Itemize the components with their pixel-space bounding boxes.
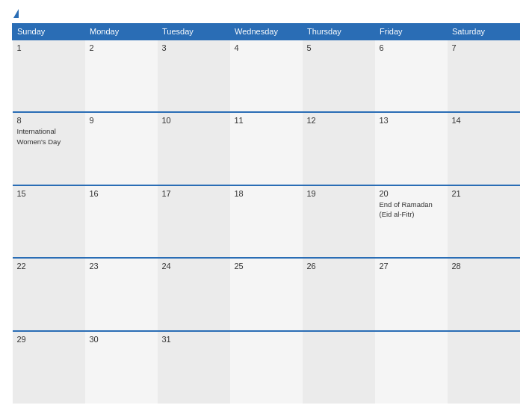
week-row-5: 293031 [13,331,520,404]
day-cell-w2-d1: 8International Women's Day [13,112,85,185]
day-number: 10 [162,116,226,125]
day-cell-w2-d2: 9 [85,112,158,185]
day-cell-w4-d4: 25 [230,258,303,330]
week-row-1: 1234567 [13,40,520,112]
day-number: 19 [307,189,371,198]
day-number: 22 [17,262,81,271]
day-number: 8 [17,116,81,125]
day-cell-w2-d3: 10 [158,112,230,185]
calendar-table: Sunday Monday Tuesday Wednesday Thursday… [12,23,520,404]
day-number: 15 [17,189,81,198]
week-row-4: 22232425262728 [13,258,520,330]
day-cell-w1-d6: 6 [375,40,448,112]
day-cell-w1-d7: 7 [448,40,520,112]
week-row-3: 151617181920End of Ramadan (Eid al-Fitr)… [13,185,520,258]
day-number: 6 [380,43,443,52]
day-cell-w1-d2: 2 [85,40,158,112]
day-number: 21 [452,189,516,198]
col-tuesday: Tuesday [158,24,230,40]
day-number: 16 [90,189,153,198]
col-monday: Monday [85,24,158,40]
day-cell-w1-d5: 5 [303,40,375,112]
day-cell-w1-d4: 4 [230,40,303,112]
week-row-2: 8International Women's Day91011121314 [13,112,520,185]
day-cell-w3-d2: 16 [85,185,158,258]
day-cell-w4-d7: 28 [448,258,520,330]
col-wednesday: Wednesday [230,24,303,40]
day-number: 17 [162,189,226,198]
day-cell-w3-d4: 18 [230,185,303,258]
day-cell-w2-d7: 14 [448,112,520,185]
day-number: 12 [307,116,371,125]
day-cell-w2-d4: 11 [230,112,303,185]
day-number: 18 [235,189,298,198]
day-cell-w3-d6: 20End of Ramadan (Eid al-Fitr) [375,185,448,258]
day-number: 26 [307,262,371,271]
day-number: 30 [90,335,153,344]
day-number: 1 [17,43,81,52]
day-cell-w4-d3: 24 [158,258,230,330]
day-cell-w3-d3: 17 [158,185,230,258]
day-cell-w1-d3: 3 [158,40,230,112]
day-cell-w4-d2: 23 [85,258,158,330]
col-saturday: Saturday [448,24,520,40]
calendar-page: Sunday Monday Tuesday Wednesday Thursday… [0,0,532,411]
day-cell-w4-d6: 27 [375,258,448,330]
day-cell-w5-d2: 30 [85,331,158,404]
day-cell-w3-d7: 21 [448,185,520,258]
day-event: International Women's Day [17,127,61,145]
day-cell-w4-d1: 22 [13,258,85,330]
day-number: 28 [452,262,516,271]
day-cell-w5-d6 [375,331,448,404]
logo [12,9,19,19]
day-number: 2 [90,43,153,52]
col-friday: Friday [375,24,448,40]
day-cell-w5-d7 [448,331,520,404]
day-cell-w3-d5: 19 [303,185,375,258]
day-number: 29 [17,335,81,344]
day-cell-w5-d1: 29 [13,331,85,404]
day-number: 7 [452,43,516,52]
day-cell-w5-d5 [303,331,375,404]
day-number: 20 [380,189,443,198]
col-sunday: Sunday [13,24,85,40]
day-event: End of Ramadan (Eid al-Fitr) [380,200,433,218]
day-number: 5 [307,43,371,52]
calendar-body: 12345678International Women's Day9101112… [13,40,520,404]
day-number: 31 [162,335,226,344]
day-cell-w2-d5: 12 [303,112,375,185]
day-cell-w5-d4 [230,331,303,404]
day-number: 4 [235,43,298,52]
header [12,9,520,19]
day-number: 11 [235,116,298,125]
day-number: 25 [235,262,298,271]
day-number: 9 [90,116,153,125]
day-number: 3 [162,43,226,52]
day-cell-w4-d5: 26 [303,258,375,330]
day-number: 23 [90,262,153,271]
day-number: 27 [380,262,443,271]
day-number: 24 [162,262,226,271]
day-cell-w2-d6: 13 [375,112,448,185]
day-cell-w1-d1: 1 [13,40,85,112]
col-thursday: Thursday [303,24,375,40]
day-cell-w5-d3: 31 [158,331,230,404]
day-number: 14 [452,116,516,125]
weekday-header-row: Sunday Monday Tuesday Wednesday Thursday… [13,24,520,40]
day-cell-w3-d1: 15 [13,185,85,258]
day-number: 13 [380,116,443,125]
logo-triangle-icon [13,9,19,18]
